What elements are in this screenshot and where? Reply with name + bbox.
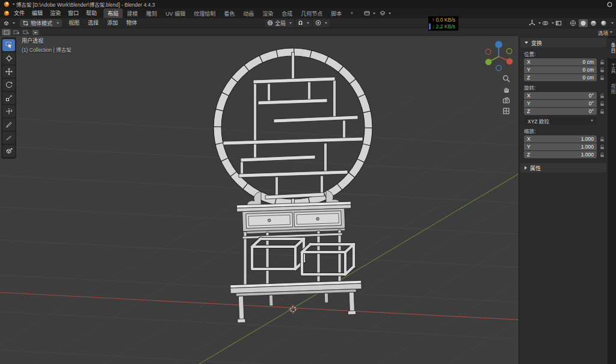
tool-transform[interactable] bbox=[2, 105, 15, 117]
app-menu-icon[interactable] bbox=[3, 10, 10, 16]
tab-animation[interactable]: 动画 bbox=[239, 8, 258, 18]
axis-label: Y bbox=[527, 144, 531, 150]
select-mode-new[interactable] bbox=[2, 29, 11, 35]
lock-scale-x-button[interactable] bbox=[598, 137, 606, 142]
object-mode-icon bbox=[23, 20, 28, 26]
menu-select[interactable]: 选择 bbox=[84, 18, 102, 28]
menu-object[interactable]: 物体 bbox=[123, 18, 141, 28]
rotation-mode-dropdown[interactable]: XYZ 欧拉 bbox=[524, 117, 597, 125]
tool-scale[interactable] bbox=[2, 92, 15, 104]
rotation-y-field[interactable]: Y 0° bbox=[524, 100, 597, 107]
select-mode-subtract[interactable] bbox=[21, 29, 30, 35]
rotation-x-field[interactable]: X 0° bbox=[524, 92, 597, 99]
sidebar-tab-tool[interactable]: 工具 bbox=[608, 58, 616, 79]
rotation-mode-label: XYZ 欧拉 bbox=[528, 117, 549, 125]
tool-rotate[interactable] bbox=[2, 79, 15, 91]
tab-shading[interactable]: 着色 bbox=[220, 8, 239, 18]
menu-edit[interactable]: 编辑 bbox=[28, 8, 46, 18]
tab-sculpting[interactable]: 雕刻 bbox=[142, 8, 161, 18]
lock-location-x-button[interactable] bbox=[598, 60, 606, 65]
tool-annotate[interactable] bbox=[2, 119, 15, 131]
tab-uv-editing[interactable]: UV 编辑 bbox=[161, 8, 189, 18]
transform-panel-header[interactable]: 变换 bbox=[520, 38, 606, 48]
tab-scripting[interactable]: 脚本 bbox=[327, 8, 346, 18]
shading-wireframe-button[interactable] bbox=[568, 19, 578, 27]
network-speed-overlay: ↑ 0.0 KB/s ↓ 2.2 KB/s bbox=[428, 16, 458, 31]
rotation-z-row: Z 0° bbox=[524, 108, 606, 115]
scene-dropdown[interactable] bbox=[364, 10, 375, 16]
lock-rotation-z-button[interactable] bbox=[598, 109, 606, 114]
titlebar-status-icon[interactable] bbox=[607, 2, 612, 7]
snap-toggle[interactable] bbox=[295, 19, 312, 27]
scale-y-field[interactable]: Y 1.000 bbox=[524, 143, 597, 150]
location-z-field[interactable]: Z 0 cm bbox=[524, 74, 597, 81]
select-new-icon bbox=[4, 30, 10, 35]
shading-solid-button[interactable] bbox=[579, 19, 588, 27]
ortho-toggle-icon[interactable] bbox=[502, 107, 510, 115]
sidebar-tab-view[interactable]: 视图 bbox=[608, 79, 616, 99]
zoom-icon[interactable] bbox=[502, 75, 510, 82]
tab-compositing[interactable]: 合成 bbox=[277, 8, 297, 18]
menu-view[interactable]: 视图 bbox=[65, 18, 83, 28]
sidebar-tabstrip: 条目 工具 视图 bbox=[608, 35, 616, 364]
scale-z-field[interactable]: Z 1.000 bbox=[524, 151, 597, 158]
mode-dropdown[interactable]: 物体模式 bbox=[20, 19, 62, 27]
view-layer-dropdown[interactable] bbox=[380, 10, 391, 16]
gizmo-dropdown[interactable] bbox=[529, 20, 541, 26]
menu-file[interactable]: 文件 bbox=[10, 8, 28, 18]
editor-type-dropdown[interactable] bbox=[1, 20, 17, 26]
window-title: * 博古架 [D:\Adobe Work\Blender\博古架.blend] … bbox=[13, 1, 155, 8]
tool-add-cube[interactable] bbox=[2, 145, 15, 157]
location-y-field[interactable]: Y 0 cm bbox=[524, 66, 597, 73]
xray-toggle[interactable] bbox=[555, 20, 562, 26]
axis-value: 0° bbox=[589, 93, 594, 99]
tool-move[interactable] bbox=[2, 66, 15, 78]
lock-rotation-y-button[interactable] bbox=[598, 101, 606, 106]
measure-icon bbox=[5, 134, 13, 141]
menu-add[interactable]: 添加 bbox=[103, 18, 122, 28]
pan-hand-icon[interactable] bbox=[502, 85, 510, 93]
lock-scale-y-button[interactable] bbox=[598, 144, 606, 150]
orientation-label: 全局 bbox=[275, 19, 286, 27]
lock-scale-z-button[interactable] bbox=[598, 152, 606, 158]
axis-value: 0 cm bbox=[583, 59, 594, 65]
properties-panel-header[interactable]: 属性 bbox=[520, 163, 606, 173]
menu-window[interactable]: 窗口 bbox=[64, 8, 82, 18]
tool-cursor[interactable] bbox=[2, 52, 15, 64]
rotate-icon bbox=[5, 81, 13, 88]
move-icon bbox=[5, 68, 13, 75]
location-x-field[interactable]: X 0 cm bbox=[524, 58, 597, 66]
overlays-dropdown[interactable] bbox=[542, 20, 554, 26]
lock-rotation-x-button[interactable] bbox=[598, 93, 606, 99]
tab-texture-paint[interactable]: 纹理绘制 bbox=[189, 8, 220, 18]
shading-rendered-button[interactable] bbox=[599, 19, 608, 27]
select-mode-extend[interactable] bbox=[11, 29, 20, 35]
transform-orientation-dropdown[interactable]: 全局 bbox=[265, 19, 294, 27]
tool-select-box[interactable] bbox=[2, 39, 15, 51]
tab-modeling[interactable]: 建模 bbox=[123, 8, 142, 18]
model-antique-shelf[interactable] bbox=[214, 48, 372, 323]
axis-value: 1.000 bbox=[581, 136, 594, 142]
unlock-icon bbox=[600, 152, 605, 158]
select-mode-invert[interactable] bbox=[31, 29, 40, 35]
menu-help[interactable]: 帮助 bbox=[82, 8, 100, 18]
scale-x-field[interactable]: X 1.000 bbox=[524, 135, 597, 143]
navigation-gizmo[interactable] bbox=[481, 39, 516, 73]
camera-view-icon[interactable] bbox=[502, 96, 510, 104]
tool-options-dropdown[interactable]: 选项 bbox=[598, 29, 616, 36]
lock-location-y-button[interactable] bbox=[598, 67, 606, 73]
lock-location-z-button[interactable] bbox=[598, 75, 606, 81]
proportional-editing-toggle[interactable] bbox=[313, 19, 330, 27]
axis-label: Z bbox=[527, 152, 530, 158]
rotation-z-field[interactable]: Z 0° bbox=[524, 108, 597, 115]
shading-material-button[interactable] bbox=[589, 19, 598, 27]
menu-render[interactable]: 渲染 bbox=[46, 8, 64, 18]
sidebar-tab-item[interactable]: 条目 bbox=[608, 38, 616, 58]
tab-rendering[interactable]: 渲染 bbox=[258, 8, 277, 18]
add-workspace-button[interactable]: + bbox=[346, 8, 357, 18]
tool-measure[interactable] bbox=[2, 132, 15, 144]
rotation-x-row: X 0° bbox=[524, 92, 606, 99]
tab-layout[interactable]: 布局 bbox=[103, 8, 123, 18]
unlock-icon bbox=[600, 101, 605, 106]
tab-geometry-nodes[interactable]: 几何节点 bbox=[297, 8, 327, 18]
